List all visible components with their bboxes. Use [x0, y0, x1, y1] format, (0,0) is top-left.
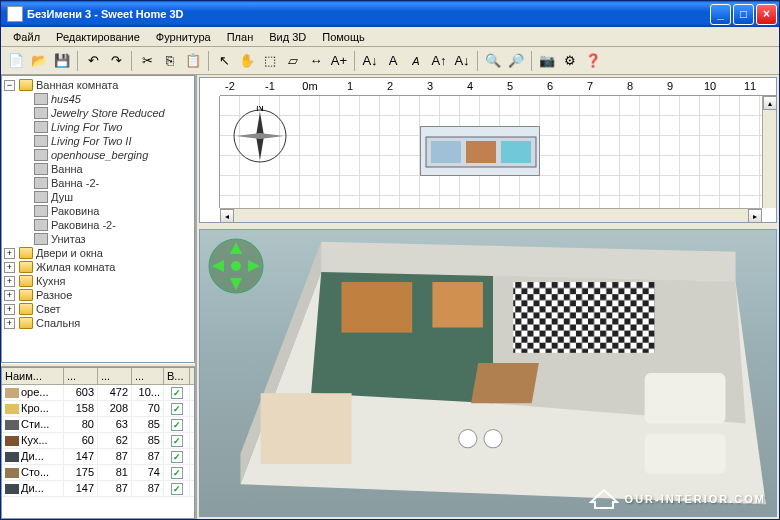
- copy-button[interactable]: ⎘: [159, 50, 181, 72]
- col-width[interactable]: ...: [64, 368, 98, 384]
- table-row[interactable]: Кро...15820870✓: [2, 401, 194, 417]
- expand-icon[interactable]: +: [4, 290, 15, 301]
- plan-model[interactable]: [420, 126, 540, 176]
- tree-item[interactable]: openhouse_berging: [4, 148, 192, 162]
- import-button[interactable]: A: [382, 50, 404, 72]
- tree-item[interactable]: Living For Two II: [4, 134, 192, 148]
- expand-icon[interactable]: +: [4, 304, 15, 315]
- pan-tool[interactable]: ✋: [236, 50, 258, 72]
- visibility-checkbox[interactable]: ✓: [171, 435, 183, 447]
- paste-button[interactable]: 📋: [182, 50, 204, 72]
- table-row[interactable]: Ди...1478787✓: [2, 481, 194, 497]
- tree-item[interactable]: Раковина: [4, 204, 192, 218]
- room-tool[interactable]: ▱: [282, 50, 304, 72]
- tree-item[interactable]: Унитаз: [4, 232, 192, 246]
- visibility-checkbox[interactable]: ✓: [171, 483, 183, 495]
- tree-category[interactable]: +Жилая комната: [4, 260, 192, 274]
- table-row[interactable]: Сти...806385✓: [2, 417, 194, 433]
- col-depth[interactable]: ...: [98, 368, 132, 384]
- new-file-button[interactable]: 📄: [5, 50, 27, 72]
- zoom-out-button[interactable]: 🔎: [505, 50, 527, 72]
- furniture-swatch-icon: [5, 484, 19, 494]
- decrease-button[interactable]: A↓: [451, 50, 473, 72]
- 3d-view[interactable]: OUR-INTERIOR.COM: [199, 229, 777, 517]
- col-height[interactable]: ...: [132, 368, 164, 384]
- table-row[interactable]: Сто...1758174✓: [2, 465, 194, 481]
- tree-category-root[interactable]: − Ванная комната: [4, 78, 192, 92]
- vertical-ruler: [200, 96, 220, 208]
- visibility-checkbox[interactable]: ✓: [171, 419, 183, 431]
- add-furniture-button[interactable]: A↓: [359, 50, 381, 72]
- col-name[interactable]: Наим...: [2, 368, 64, 384]
- tree-category[interactable]: +Двери и окна: [4, 246, 192, 260]
- visibility-checkbox[interactable]: ✓: [171, 403, 183, 415]
- undo-button[interactable]: ↶: [82, 50, 104, 72]
- save-button[interactable]: 💾: [51, 50, 73, 72]
- increase-button[interactable]: A↑: [428, 50, 450, 72]
- pointer-tool[interactable]: ↖: [213, 50, 235, 72]
- table-header: Наим... ... ... ... В...: [2, 368, 194, 385]
- camera-button[interactable]: 📷: [536, 50, 558, 72]
- scroll-left-button[interactable]: ◂: [220, 209, 234, 223]
- menu-edit[interactable]: Редактирование: [48, 29, 148, 45]
- plan-canvas[interactable]: N: [220, 96, 762, 208]
- folder-icon: [19, 261, 33, 273]
- table-row[interactable]: оре...60347210...✓: [2, 385, 194, 401]
- tree-category[interactable]: +Спальня: [4, 316, 192, 330]
- furniture-list[interactable]: Наим... ... ... ... В... оре...60347210.…: [1, 367, 195, 519]
- redo-button[interactable]: ↷: [105, 50, 127, 72]
- text-tool[interactable]: A+: [328, 50, 350, 72]
- tree-category[interactable]: +Кухня: [4, 274, 192, 288]
- expand-icon[interactable]: +: [4, 276, 15, 287]
- help-button[interactable]: ❓: [582, 50, 604, 72]
- catalog-tree[interactable]: − Ванная комната hus45Jewelry Store Redu…: [1, 75, 195, 363]
- visibility-checkbox[interactable]: ✓: [171, 451, 183, 463]
- tree-category[interactable]: +Свет: [4, 302, 192, 316]
- tree-item[interactable]: Раковина -2-: [4, 218, 192, 232]
- zoom-in-button[interactable]: 🔍: [482, 50, 504, 72]
- open-file-button[interactable]: 📂: [28, 50, 50, 72]
- wall-tool[interactable]: ⬚: [259, 50, 281, 72]
- menu-furniture[interactable]: Фурнитура: [148, 29, 219, 45]
- vertical-scrollbar[interactable]: ▴: [762, 96, 776, 208]
- tree-item[interactable]: Душ: [4, 190, 192, 204]
- tree-item[interactable]: Ванна: [4, 162, 192, 176]
- titlebar[interactable]: БезИмени 3 - Sweet Home 3D _ □ ×: [1, 1, 779, 27]
- cut-button[interactable]: ✂: [136, 50, 158, 72]
- minimize-button[interactable]: _: [710, 4, 731, 25]
- scroll-up-button[interactable]: ▴: [763, 96, 777, 110]
- scroll-right-button[interactable]: ▸: [748, 209, 762, 223]
- expand-icon[interactable]: +: [4, 262, 15, 273]
- collapse-icon[interactable]: −: [4, 80, 15, 91]
- preferences-button[interactable]: ⚙: [559, 50, 581, 72]
- tree-item[interactable]: Ванна -2-: [4, 176, 192, 190]
- window-controls: _ □ ×: [710, 4, 777, 25]
- col-visible[interactable]: В...: [164, 368, 190, 384]
- menu-view3d[interactable]: Вид 3D: [261, 29, 314, 45]
- menu-file[interactable]: Файл: [5, 29, 48, 45]
- compass-icon[interactable]: N: [230, 106, 290, 166]
- svg-rect-14: [341, 282, 412, 333]
- menu-help[interactable]: Помощь: [314, 29, 373, 45]
- menu-plan[interactable]: План: [219, 29, 262, 45]
- expand-icon[interactable]: +: [4, 248, 15, 259]
- ruler-mark: -1: [265, 80, 275, 92]
- tree-category[interactable]: +Разное: [4, 288, 192, 302]
- table-row[interactable]: Кух...606285✓: [2, 433, 194, 449]
- expand-icon[interactable]: +: [4, 318, 15, 329]
- dimension-tool[interactable]: ↔: [305, 50, 327, 72]
- tree-item[interactable]: hus45: [4, 92, 192, 106]
- plan-view[interactable]: -2-10m1234567891011 N ▴: [199, 77, 777, 223]
- table-row[interactable]: Ди...1478787✓: [2, 449, 194, 465]
- maximize-button[interactable]: □: [733, 4, 754, 25]
- close-button[interactable]: ×: [756, 4, 777, 25]
- visibility-checkbox[interactable]: ✓: [171, 467, 183, 479]
- tree-item[interactable]: Living For Two: [4, 120, 192, 134]
- scroll-track[interactable]: [234, 209, 748, 222]
- ruler-mark: 2: [387, 80, 393, 92]
- tree-item[interactable]: Jewelry Store Reduced: [4, 106, 192, 120]
- italic-button[interactable]: A: [405, 50, 427, 72]
- horizontal-scrollbar[interactable]: ◂ ▸: [220, 208, 762, 222]
- visibility-checkbox[interactable]: ✓: [171, 387, 183, 399]
- tree-item-label: Living For Two: [51, 121, 122, 133]
